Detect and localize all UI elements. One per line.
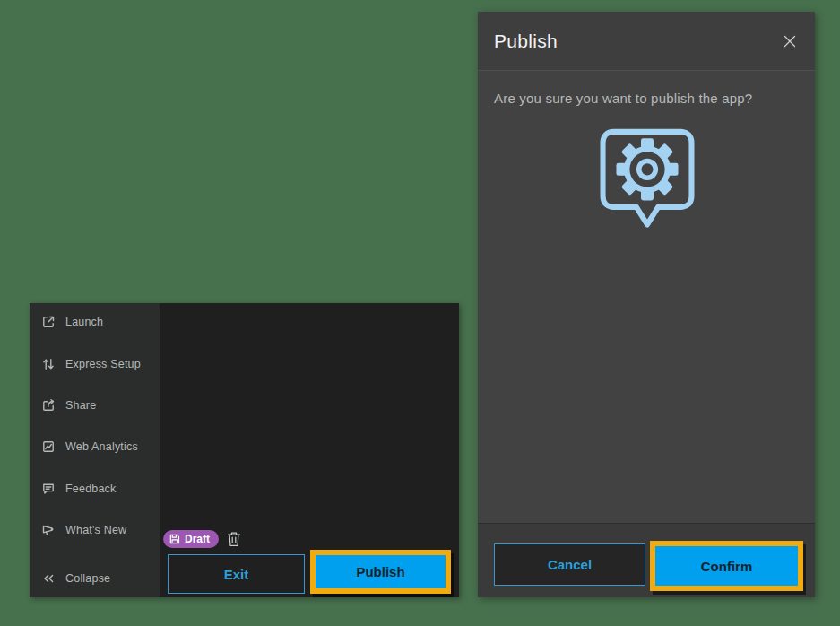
- sidebar-item-label: Feedback: [65, 483, 117, 495]
- confirm-highlight-box: Confirm: [650, 541, 803, 591]
- sidebar-item-label: What's New: [65, 524, 126, 536]
- sidebar-item-launch[interactable]: Launch: [40, 312, 158, 332]
- save-icon: [169, 534, 180, 544]
- sidebar-item-share[interactable]: Share: [40, 396, 158, 415]
- share-icon: [40, 397, 56, 413]
- draft-badge-label: Draft: [185, 533, 210, 545]
- launch-icon: [40, 314, 56, 330]
- sidebar-item-express-setup[interactable]: Express Setup: [40, 354, 158, 374]
- sidebar-item-label: Share: [65, 399, 96, 412]
- trash-icon: [227, 531, 241, 547]
- sidebar-item-web-analytics[interactable]: Web Analytics: [40, 437, 158, 456]
- dialog-title: Publish: [494, 30, 558, 52]
- delete-draft-button[interactable]: [227, 531, 241, 547]
- feedback-icon: [40, 481, 56, 497]
- sidebar-item-label: Collapse: [65, 572, 110, 585]
- gear-speech-bubble-icon: [597, 126, 697, 235]
- confirm-button[interactable]: Confirm: [655, 546, 798, 586]
- sidebar-item-feedback[interactable]: Feedback: [40, 479, 158, 499]
- sidebar-item-label: Express Setup: [65, 358, 141, 370]
- sidebar-item-collapse[interactable]: Collapse: [40, 569, 158, 588]
- megaphone-icon: [40, 522, 56, 538]
- canvas-area: Draft Exit Publish: [160, 303, 459, 597]
- dialog-message: Are you sure you want to publish the app…: [494, 91, 752, 106]
- publish-button[interactable]: Publish: [316, 555, 446, 588]
- analytics-icon: [40, 439, 56, 455]
- cancel-button[interactable]: Cancel: [494, 543, 645, 586]
- dialog-footer: Cancel Confirm: [478, 523, 815, 597]
- dialog-header: Publish: [478, 12, 815, 71]
- draft-status-row: Draft: [163, 530, 241, 548]
- sidebar-item-label: Web Analytics: [65, 440, 138, 453]
- publish-dialog: Publish Are you sure you want to publish…: [478, 12, 815, 597]
- close-icon: [783, 34, 797, 48]
- builder-sidebar: Launch Express Setup Share: [30, 303, 160, 597]
- builder-panel: Launch Express Setup Share: [30, 303, 459, 597]
- sidebar-item-label: Launch: [65, 316, 103, 328]
- draft-badge[interactable]: Draft: [163, 530, 219, 548]
- app-canvas: Launch Express Setup Share: [0, 0, 840, 626]
- exit-button[interactable]: Exit: [168, 554, 305, 594]
- sort-arrows-icon: [40, 356, 56, 372]
- sidebar-item-whats-new[interactable]: What's New: [40, 520, 158, 540]
- collapse-icon: [40, 570, 56, 587]
- dialog-close-button[interactable]: [779, 30, 801, 52]
- publish-highlight-box: Publish: [310, 550, 451, 594]
